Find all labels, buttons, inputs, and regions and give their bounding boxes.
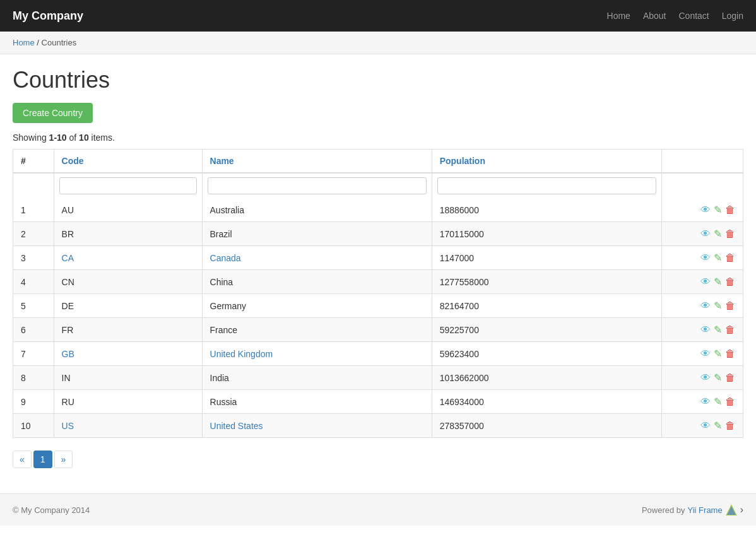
view-icon[interactable]: 👁: [700, 372, 711, 384]
pagination: « 1 »: [13, 451, 743, 468]
view-icon[interactable]: 👁: [700, 228, 711, 240]
cell-actions: 👁 ✎ 🗑: [661, 222, 743, 246]
summary-prefix: Showing: [13, 133, 49, 143]
name-link[interactable]: Canada: [210, 253, 241, 263]
cell-population: 170115000: [432, 222, 661, 246]
view-icon[interactable]: 👁: [700, 324, 711, 336]
action-icons: 👁 ✎ 🗑: [670, 348, 735, 360]
cell-population: 18886000: [432, 198, 661, 222]
code-link[interactable]: CA: [62, 253, 74, 263]
cell-population: 1147000: [432, 246, 661, 270]
cell-num: 7: [13, 342, 54, 366]
cell-name: United States: [202, 414, 432, 438]
view-icon[interactable]: 👁: [700, 204, 711, 216]
cell-num: 10: [13, 414, 54, 438]
cell-actions: 👁 ✎ 🗑: [661, 246, 743, 270]
summary-of: of: [67, 133, 79, 143]
col-header-population[interactable]: Population: [432, 150, 661, 174]
table-header-row: # Code Name Population: [13, 150, 743, 174]
cell-population: 59623400: [432, 342, 661, 366]
cell-population: 59225700: [432, 318, 661, 342]
breadcrumb-home[interactable]: Home: [13, 38, 35, 47]
delete-icon[interactable]: 🗑: [725, 276, 735, 288]
delete-icon[interactable]: 🗑: [725, 300, 735, 312]
cell-actions: 👁 ✎ 🗑: [661, 414, 743, 438]
table-body: 1 AU Australia 18886000 👁 ✎ 🗑 2 BR Brazi…: [13, 198, 743, 438]
nav-login[interactable]: Login: [722, 11, 743, 21]
delete-icon[interactable]: 🗑: [725, 420, 735, 432]
brand-link[interactable]: My Company: [13, 9, 83, 23]
create-country-button[interactable]: Create Country: [13, 103, 93, 123]
edit-icon[interactable]: ✎: [714, 420, 722, 432]
cell-code: IN: [54, 366, 202, 390]
view-icon[interactable]: 👁: [700, 276, 711, 288]
edit-icon[interactable]: ✎: [714, 396, 722, 408]
delete-icon[interactable]: 🗑: [725, 348, 735, 360]
summary-text: Showing 1-10 of 10 items.: [13, 133, 743, 143]
powered-by-text: Powered by: [642, 505, 685, 515]
footer: © My Company 2014 Powered by Yii Frame ›: [0, 493, 756, 526]
cell-population: 278357000: [432, 414, 661, 438]
view-icon[interactable]: 👁: [700, 420, 711, 432]
col-header-code[interactable]: Code: [54, 150, 202, 174]
filter-name-input[interactable]: [208, 177, 427, 194]
cell-actions: 👁 ✎ 🗑: [661, 318, 743, 342]
cell-population: 146934000: [432, 390, 661, 414]
nav-about[interactable]: About: [643, 11, 666, 21]
cell-name: France: [202, 318, 432, 342]
cell-code: RU: [54, 390, 202, 414]
edit-icon[interactable]: ✎: [714, 276, 722, 288]
col-header-name[interactable]: Name: [202, 150, 432, 174]
name-link[interactable]: United Kingdom: [210, 349, 273, 359]
name-link[interactable]: United States: [210, 421, 263, 431]
code-link[interactable]: US: [62, 421, 74, 431]
page-title: Countries: [13, 67, 743, 93]
filter-code-input[interactable]: [59, 177, 197, 194]
view-icon[interactable]: 👁: [700, 300, 711, 312]
filter-population-input[interactable]: [437, 177, 656, 194]
view-icon[interactable]: 👁: [700, 396, 711, 408]
delete-icon[interactable]: 🗑: [725, 324, 735, 336]
edit-icon[interactable]: ✎: [714, 372, 722, 384]
filter-population-cell: [432, 173, 661, 198]
delete-icon[interactable]: 🗑: [725, 252, 735, 264]
table-row: 8 IN India 1013662000 👁 ✎ 🗑: [13, 366, 743, 390]
edit-icon[interactable]: ✎: [714, 228, 722, 240]
yii-label: Yii Frame: [688, 505, 723, 515]
delete-icon[interactable]: 🗑: [725, 228, 735, 240]
cell-code: DE: [54, 294, 202, 318]
navbar: My Company Home About Contact Login: [0, 0, 756, 32]
action-icons: 👁 ✎ 🗑: [670, 396, 735, 408]
nav-home[interactable]: Home: [607, 11, 630, 21]
summary-range: 1-10: [49, 133, 67, 143]
sort-code-link[interactable]: Code: [62, 156, 84, 166]
summary-count: 10: [79, 133, 89, 143]
breadcrumb-separator: /: [37, 38, 39, 47]
action-icons: 👁 ✎ 🗑: [670, 324, 735, 336]
edit-icon[interactable]: ✎: [714, 252, 722, 264]
filter-hash-cell: [13, 173, 54, 198]
delete-icon[interactable]: 🗑: [725, 396, 735, 408]
table-row: 3 CA Canada 1147000 👁 ✎ 🗑: [13, 246, 743, 270]
edit-icon[interactable]: ✎: [714, 204, 722, 216]
yii-link[interactable]: Yii Frame: [688, 505, 723, 515]
scroll-right-icon: ›: [740, 504, 743, 516]
code-link[interactable]: GB: [62, 349, 74, 359]
edit-icon[interactable]: ✎: [714, 324, 722, 336]
edit-icon[interactable]: ✎: [714, 348, 722, 360]
cell-code: US: [54, 414, 202, 438]
table-row: 10 US United States 278357000 👁 ✎ 🗑: [13, 414, 743, 438]
view-icon[interactable]: 👁: [700, 348, 711, 360]
nav-contact[interactable]: Contact: [678, 11, 709, 21]
sort-population-link[interactable]: Population: [440, 156, 485, 166]
cell-name: Russia: [202, 390, 432, 414]
cell-actions: 👁 ✎ 🗑: [661, 294, 743, 318]
delete-icon[interactable]: 🗑: [725, 372, 735, 384]
sort-name-link[interactable]: Name: [210, 156, 234, 166]
delete-icon[interactable]: 🗑: [725, 204, 735, 216]
pagination-next-link[interactable]: »: [54, 451, 73, 468]
view-icon[interactable]: 👁: [700, 252, 711, 264]
cell-actions: 👁 ✎ 🗑: [661, 390, 743, 414]
edit-icon[interactable]: ✎: [714, 300, 722, 312]
pagination-prev-link[interactable]: «: [13, 451, 32, 468]
